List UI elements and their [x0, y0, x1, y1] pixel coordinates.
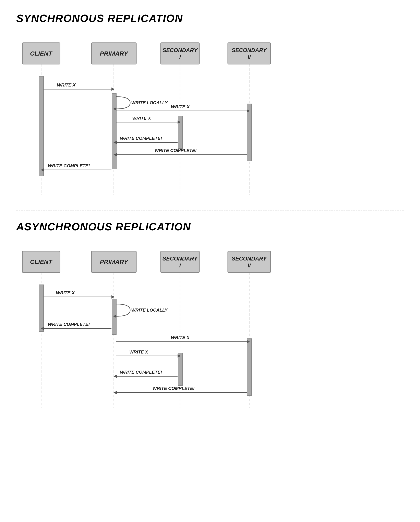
svg-marker-19	[112, 87, 115, 91]
svg-rect-16	[178, 116, 182, 149]
svg-rect-17	[247, 104, 252, 161]
svg-rect-42	[161, 251, 199, 272]
svg-text:CLIENT: CLIENT	[30, 258, 53, 265]
svg-text:WRITE X: WRITE X	[56, 290, 75, 295]
svg-text:WRITE X: WRITE X	[132, 115, 151, 121]
svg-text:PRIMARY: PRIMARY	[100, 258, 128, 265]
svg-text:SECONDARY: SECONDARY	[232, 47, 267, 53]
svg-text:WRITE X: WRITE X	[171, 104, 190, 109]
svg-text:SECONDARY: SECONDARY	[163, 256, 198, 262]
svg-rect-15	[112, 94, 116, 169]
async-title: ASYNCHRONOUS REPLICATION	[16, 221, 404, 233]
async-diagram: CLIENT PRIMARY SECONDARY I SECONDARY II	[16, 245, 321, 412]
svg-text:WRITE X: WRITE X	[129, 349, 148, 354]
svg-rect-14	[39, 76, 44, 176]
svg-rect-55	[247, 339, 252, 396]
svg-text:WRITE COMPLETE!: WRITE COMPLETE!	[120, 369, 162, 375]
svg-rect-4	[161, 43, 199, 64]
svg-text:WRITE LOCALLY: WRITE LOCALLY	[131, 100, 168, 105]
sync-diagram: CLIENT PRIMARY SECONDARY I SECONDARY II	[16, 37, 321, 200]
svg-text:WRITE COMPLETE!: WRITE COMPLETE!	[48, 163, 90, 168]
svg-text:II: II	[248, 54, 251, 60]
svg-text:WRITE COMPLETE!: WRITE COMPLETE!	[120, 136, 162, 141]
async-section: ASYNCHRONOUS REPLICATION CLIENT PRIMARY …	[16, 221, 404, 412]
sync-title: SYNCHRONOUS REPLICATION	[16, 12, 404, 24]
svg-text:WRITE COMPLETE!: WRITE COMPLETE!	[153, 386, 195, 391]
svg-marker-57	[112, 295, 115, 299]
svg-text:WRITE COMPLETE!: WRITE COMPLETE!	[48, 322, 90, 327]
svg-rect-45	[228, 251, 270, 272]
svg-text:SECONDARY: SECONDARY	[163, 47, 198, 53]
svg-text:PRIMARY: PRIMARY	[100, 50, 128, 57]
svg-text:CLIENT: CLIENT	[30, 50, 53, 57]
svg-text:I: I	[179, 54, 181, 60]
page-container: SYNCHRONOUS REPLICATION CLIENT PRIMARY S…	[0, 0, 420, 424]
svg-text:WRITE COMPLETE!: WRITE COMPLETE!	[155, 148, 197, 153]
svg-rect-52	[39, 285, 44, 331]
section-divider	[16, 210, 404, 210]
svg-text:I: I	[179, 262, 181, 269]
svg-text:WRITE LOCALLY: WRITE LOCALLY	[131, 307, 168, 313]
svg-text:SECONDARY: SECONDARY	[232, 256, 267, 262]
svg-rect-7	[228, 43, 270, 64]
svg-rect-54	[178, 353, 182, 385]
svg-text:WRITE X: WRITE X	[171, 335, 190, 340]
sync-section: SYNCHRONOUS REPLICATION CLIENT PRIMARY S…	[16, 12, 404, 200]
svg-text:WRITE X: WRITE X	[57, 82, 76, 87]
svg-text:II: II	[248, 262, 251, 269]
